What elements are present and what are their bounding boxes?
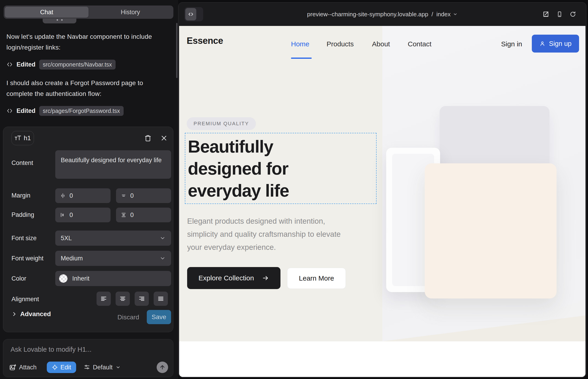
element-editor-panel: h1 Content Beautifully designed for ever…: [3, 127, 173, 332]
edited-label: Edited: [16, 61, 35, 68]
delete-element-button[interactable]: [143, 133, 153, 143]
padding-x-input[interactable]: 0: [55, 208, 110, 222]
chevron-down-icon: [160, 235, 166, 241]
chat-scrollbar[interactable]: [176, 23, 177, 78]
nav-link-products[interactable]: Products: [326, 40, 354, 48]
arrow-right-icon: [262, 275, 269, 282]
send-button[interactable]: [157, 362, 168, 373]
browser-chrome: preview--charming-site-symphony.lovable.…: [178, 2, 586, 26]
url-bar[interactable]: preview--charming-site-symphony.lovable.…: [178, 2, 586, 26]
align-justify-icon: [157, 295, 164, 302]
nav-link-contact[interactable]: Contact: [408, 40, 431, 48]
advanced-toggle[interactable]: Advanced: [12, 310, 51, 318]
align-center-button[interactable]: [116, 292, 130, 306]
align-left-button[interactable]: [96, 292, 111, 306]
font-weight-select[interactable]: Medium: [55, 251, 171, 266]
align-justify-button[interactable]: [154, 292, 168, 306]
padding-field-label: Padding: [12, 211, 34, 218]
color-field-label: Color: [12, 275, 26, 282]
margin-horizontal-icon: [60, 193, 66, 199]
image-plus-icon: [9, 364, 16, 371]
url-domain: preview--charming-site-symphony.lovable.…: [307, 11, 428, 18]
font-size-select[interactable]: 5XL: [55, 231, 171, 246]
learn-more-button[interactable]: Learn More: [287, 268, 346, 289]
chevron-right-icon: [12, 311, 17, 317]
margin-x-input[interactable]: 0: [55, 188, 110, 203]
open-external-button[interactable]: [542, 11, 549, 18]
external-link-icon: [542, 11, 549, 18]
alignment-button-group: [96, 292, 168, 306]
padding-horizontal-icon: [60, 212, 66, 218]
edit-mode-button[interactable]: Edit: [47, 362, 76, 373]
align-center-icon: [119, 295, 126, 302]
sign-in-link[interactable]: Sign in: [501, 40, 522, 48]
content-field-label: Content: [12, 159, 33, 167]
align-right-button[interactable]: [135, 292, 149, 306]
decorative-card-cream: [425, 163, 557, 299]
padding-vertical-icon: [121, 212, 127, 218]
edited-file-row: Edited src/pages/ForgotPassword.tsx: [6, 106, 124, 116]
composer-toolbar: Attach Edit Default: [9, 361, 168, 373]
sliders-icon: [84, 364, 90, 370]
nav-link-about[interactable]: About: [372, 40, 390, 48]
save-button[interactable]: Save: [147, 310, 171, 324]
nav-link-home[interactable]: Home: [291, 40, 309, 48]
hero-paragraph: Elegant products designed with intention…: [187, 215, 357, 254]
hero-heading[interactable]: Beautifully designed for everyday life: [188, 136, 337, 202]
type-icon: [15, 135, 21, 141]
font-size-field-label: Font size: [12, 235, 37, 242]
composer-placeholder[interactable]: Ask Lovable to modify H1...: [11, 346, 92, 353]
edited-file-row: Edited src/components/Navbar.tsx: [6, 60, 116, 69]
margin-vertical-icon: [121, 193, 127, 199]
sign-up-button[interactable]: Sign up: [532, 35, 579, 52]
trash-icon: [144, 135, 151, 142]
explore-collection-button[interactable]: Explore Collection: [187, 267, 280, 289]
color-swatch: [59, 274, 68, 283]
code-icon: [6, 108, 13, 114]
hero-section: Essence Home Products About Contact Sign…: [179, 26, 586, 341]
alignment-field-label: Alignment: [12, 296, 39, 303]
refresh-button[interactable]: [570, 11, 576, 17]
color-select[interactable]: Inherit: [55, 271, 171, 286]
chat-message: I should also create a Forgot Password p…: [6, 78, 168, 99]
padding-y-input[interactable]: 0: [116, 208, 171, 222]
edited-file-chip[interactable]: src/pages/ForgotPassword.tsx: [39, 106, 124, 116]
tab-history[interactable]: History: [89, 7, 172, 18]
chat-message: Now let's update the Navbar component to…: [6, 31, 168, 53]
close-icon: [160, 135, 167, 142]
chevron-down-icon: [453, 12, 458, 16]
edited-file-chip[interactable]: src/components/Navbar.tsx: [39, 60, 116, 69]
font-weight-field-label: Font weight: [12, 255, 44, 262]
element-tag-badge: h1: [12, 131, 34, 145]
content-textarea[interactable]: Beautifully designed for everyday life: [55, 150, 171, 179]
element-tag-label: h1: [24, 134, 31, 142]
margin-field-label: Margin: [12, 192, 31, 199]
tab-chat[interactable]: Chat: [5, 7, 89, 18]
premium-quality-badge: PREMIUM QUALITY: [187, 117, 256, 130]
code-icon: [6, 61, 13, 68]
chevron-down-icon: [116, 365, 121, 370]
align-left-icon: [100, 295, 107, 302]
chat-sidebar: Chat History Now let's update the Navbar…: [0, 0, 178, 379]
edited-label: Edited: [16, 107, 35, 114]
browser-actions: [542, 2, 576, 26]
discard-button[interactable]: Discard: [117, 310, 139, 324]
section-below-hero: [179, 341, 586, 377]
chat-composer[interactable]: Ask Lovable to modify H1... Attach Edit …: [3, 339, 173, 377]
model-default-selector[interactable]: Default: [84, 364, 121, 371]
arrow-up-icon: [159, 364, 165, 370]
url-page: index: [436, 11, 451, 18]
user-icon: [539, 41, 545, 47]
attach-button[interactable]: Attach: [9, 364, 37, 371]
preview-browser-window: preview--charming-site-symphony.lovable.…: [178, 2, 586, 377]
mobile-view-button[interactable]: [556, 11, 563, 17]
refresh-icon: [570, 11, 576, 17]
site-viewport: Essence Home Products About Contact Sign…: [179, 26, 586, 377]
margin-y-input[interactable]: 0: [116, 188, 171, 203]
nav-active-underline: [291, 58, 312, 59]
url-separator: /: [432, 11, 433, 18]
scrolled-chip-partial[interactable]: [43, 18, 76, 23]
close-editor-button[interactable]: [159, 133, 169, 143]
locate-icon: [52, 364, 58, 370]
site-logo[interactable]: Essence: [187, 35, 223, 46]
